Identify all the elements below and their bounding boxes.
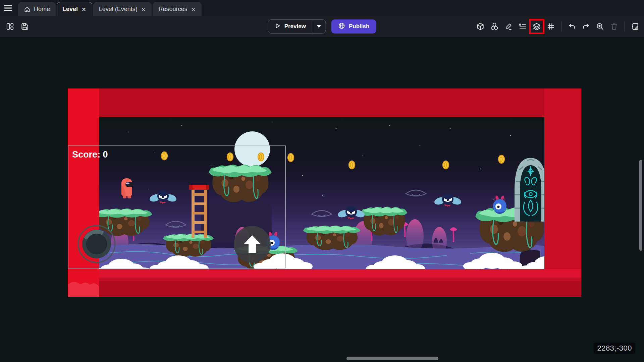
close-icon[interactable]: × bbox=[81, 6, 87, 13]
tab-label: Level bbox=[62, 6, 78, 13]
save-icon[interactable] bbox=[18, 20, 32, 33]
coin[interactable] bbox=[498, 155, 504, 163]
play-icon bbox=[274, 22, 281, 31]
undo-icon[interactable] bbox=[565, 20, 579, 33]
publish-button[interactable]: Publish bbox=[331, 19, 376, 34]
vertical-scrollbar[interactable] bbox=[639, 160, 642, 251]
close-icon[interactable]: × bbox=[191, 6, 196, 13]
preview-dropdown-button[interactable] bbox=[312, 20, 326, 33]
toolbar-divider bbox=[561, 21, 561, 32]
tab-label: Resources bbox=[158, 6, 187, 13]
publish-label: Publish bbox=[349, 23, 369, 30]
scene-properties-icon[interactable] bbox=[629, 20, 642, 33]
layers-icon[interactable] bbox=[530, 20, 543, 33]
redo-icon[interactable] bbox=[579, 20, 593, 33]
preview-button[interactable]: Preview bbox=[268, 19, 326, 34]
coin[interactable] bbox=[227, 153, 233, 161]
tabs: Home Level × Level (Events) × Resources … bbox=[18, 0, 203, 16]
globe-icon bbox=[338, 22, 345, 31]
tab-label: Level (Events) bbox=[99, 6, 138, 13]
tab-level[interactable]: Level × bbox=[57, 2, 92, 16]
tab-level-events[interactable]: Level (Events) × bbox=[93, 2, 152, 16]
grid-icon[interactable] bbox=[544, 20, 557, 33]
instances-list-icon[interactable] bbox=[516, 20, 529, 33]
coin[interactable] bbox=[161, 152, 167, 160]
zoom-in-icon[interactable] bbox=[593, 20, 607, 33]
level-scene[interactable]: Score: 0 bbox=[68, 88, 581, 297]
coin[interactable] bbox=[258, 153, 264, 161]
project-manager-icon[interactable] bbox=[3, 20, 17, 33]
moon[interactable] bbox=[234, 131, 270, 167]
cursor-coordinates-badge: 2283;-300 bbox=[594, 343, 635, 354]
objects-panel-icon[interactable] bbox=[474, 20, 487, 33]
joystick-control[interactable] bbox=[78, 226, 115, 262]
coin[interactable] bbox=[288, 154, 294, 162]
scene-editor-canvas[interactable]: Score: 0 2283;-300 bbox=[0, 37, 644, 362]
tab-bar: Home Level × Level (Events) × Resources … bbox=[0, 0, 644, 16]
home-icon bbox=[24, 6, 31, 13]
horizontal-scrollbar[interactable] bbox=[346, 357, 438, 360]
menu-icon[interactable] bbox=[0, 0, 16, 16]
close-icon[interactable]: × bbox=[141, 6, 146, 13]
jump-button[interactable] bbox=[234, 226, 271, 263]
coin[interactable] bbox=[443, 161, 449, 169]
preview-label: Preview bbox=[284, 23, 306, 30]
score-text[interactable]: Score: 0 bbox=[72, 149, 108, 160]
toolbar: Preview Publish bbox=[0, 16, 644, 37]
coin[interactable] bbox=[349, 161, 355, 169]
edit-icon[interactable] bbox=[502, 20, 515, 33]
portal-door[interactable] bbox=[515, 158, 547, 222]
tab-home[interactable]: Home bbox=[18, 2, 56, 16]
object-groups-icon[interactable] bbox=[488, 20, 501, 33]
tab-label: Home bbox=[34, 6, 50, 13]
delete-icon bbox=[607, 20, 621, 33]
tab-resources[interactable]: Resources × bbox=[153, 2, 202, 16]
toolbar-divider bbox=[625, 21, 625, 32]
